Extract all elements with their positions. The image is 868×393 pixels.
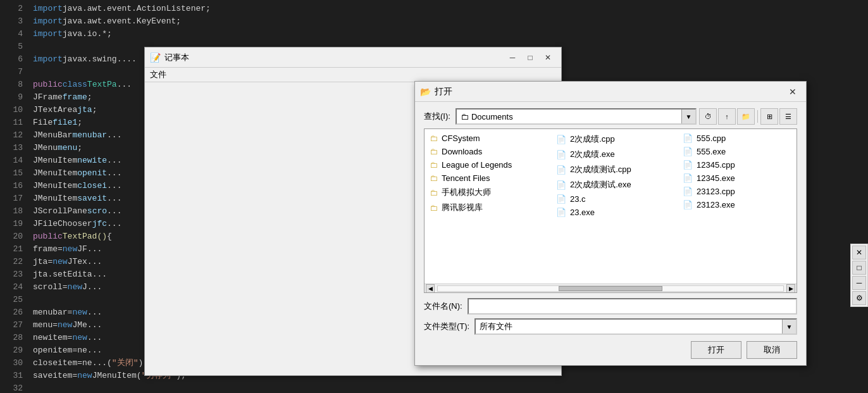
code-token: jta	[77, 104, 92, 116]
notepad-title: 记事本	[164, 52, 189, 63]
code-token: JMenuItem	[33, 180, 77, 192]
code-token: ;	[87, 91, 92, 104]
hscroll-left-btn[interactable]: ◀	[426, 284, 435, 293]
code-token: new	[68, 281, 82, 294]
file-item[interactable]: 📄555.exe	[678, 145, 797, 158]
code-token: jta=	[33, 256, 53, 268]
code-token: jta.setEdita	[33, 268, 92, 281]
file-name: 2次成绩.cpp	[570, 134, 615, 145]
file-item[interactable]: 📄2次成绩.cpp	[551, 132, 678, 147]
filetype-label: 文件类型(T):	[424, 321, 469, 332]
folder-item[interactable]: 🗀Tencent Files	[425, 172, 551, 185]
extra-btn-4[interactable]: ⚙	[852, 291, 866, 305]
line-number: 26	[5, 306, 23, 319]
line-number: 32	[5, 382, 23, 393]
code-token: new	[58, 319, 72, 332]
folder-item[interactable]: 🗀腾讯影视库	[425, 200, 551, 215]
toolbar-btn-detail[interactable]: ☰	[779, 108, 797, 125]
code-token: frame	[63, 91, 87, 104]
toolbar-btn-3[interactable]: 📁	[737, 108, 755, 125]
notepad-menu[interactable]: 文件	[145, 68, 561, 82]
code-token: JFrame	[33, 91, 63, 104]
file-icon: 📄	[683, 200, 693, 209]
notepad-minimize-btn[interactable]: ─	[504, 51, 521, 64]
toolbar-btn-1[interactable]: ⏱	[699, 108, 717, 125]
hscroll-right-btn[interactable]: ▶	[786, 284, 795, 293]
code-token: frame=	[33, 243, 63, 256]
lookin-label: 查找(I):	[424, 111, 450, 122]
folder-column: 🗀CFSystem🗀Downloads🗀League of Legends🗀Te…	[425, 129, 551, 292]
toolbar-btn-2[interactable]: ↑	[718, 108, 736, 125]
folder-item[interactable]: 🗀Downloads	[425, 145, 551, 158]
code-token: new	[53, 256, 67, 268]
line-number: 25	[5, 294, 23, 306]
file-item[interactable]: 📄23123.exe	[678, 198, 797, 211]
line-number: 14	[5, 154, 23, 167]
line-number: 6	[5, 53, 23, 66]
file-icon: 📄	[556, 208, 566, 217]
dialog-buttons: 打开 取消	[424, 341, 797, 359]
code-token: ...	[87, 281, 102, 294]
code-token: import	[33, 15, 63, 28]
notepad-menu-file[interactable]: 文件	[150, 70, 166, 79]
file-item[interactable]: 📄23.exe	[551, 206, 678, 219]
file-icon: 📄	[683, 134, 693, 143]
cancel-btn[interactable]: 取消	[747, 341, 797, 359]
notepad-maximize-btn[interactable]: □	[522, 51, 538, 64]
file-icon: 📄	[683, 160, 693, 170]
line-number: 21	[5, 243, 23, 256]
folder-item[interactable]: 🗀CFSystem	[425, 132, 551, 145]
file-name: 555.cpp	[697, 134, 726, 143]
code-token: ...	[107, 129, 121, 142]
code-token: TextPad()	[63, 230, 107, 243]
filetype-combo[interactable]: 所有文件 ▼	[474, 318, 797, 335]
folder-item[interactable]: 🗀League of Legends	[425, 158, 551, 172]
file-item[interactable]: 📄23.c	[551, 192, 678, 206]
open-btn[interactable]: 打开	[691, 341, 741, 359]
file-item[interactable]: 📄12345.exe	[678, 172, 797, 185]
folder-item[interactable]: 🗀手机模拟大师	[425, 185, 551, 200]
folder-name: Tencent Files	[442, 173, 490, 183]
code-token: JMenuItem	[33, 167, 77, 180]
code-token: JMe	[72, 319, 87, 332]
titlebar-controls[interactable]: ─ □ ✕	[504, 51, 556, 64]
code-token: jfc	[92, 218, 107, 230]
notepad-icon: 📝	[150, 53, 161, 63]
file-name: 12345.exe	[697, 173, 735, 183]
notepad-close-btn[interactable]: ✕	[540, 51, 556, 64]
code-token: scro	[87, 205, 107, 218]
file-item[interactable]: 📄2次成绩测试.exe	[551, 177, 678, 192]
lookin-folder-icon: 🗀	[461, 112, 469, 122]
filename-input[interactable]	[468, 298, 797, 315]
line-number: 12	[5, 129, 23, 142]
code-token: new	[63, 243, 77, 256]
extra-btn-3[interactable]: ─	[852, 276, 866, 290]
code-token: openitem=ne	[33, 344, 87, 357]
code-token: javax.swing.	[63, 53, 122, 66]
toolbar-btn-list[interactable]: ⊞	[760, 108, 778, 125]
extra-btn-1[interactable]: ✕	[852, 246, 866, 259]
right-panel-extras: ✕ □ ─ ⚙	[850, 244, 868, 307]
code-token: closei	[77, 180, 107, 192]
extra-btn-2[interactable]: □	[852, 261, 866, 275]
file-item[interactable]: 📄23123.cpp	[678, 185, 797, 198]
code-token: JMenuItem(	[92, 370, 142, 382]
folder-icon: 🗀	[430, 188, 438, 197]
code-token: menubar=	[33, 306, 72, 319]
file-list-area: 🗀CFSystem🗀Downloads🗀League of Legends🗀Te…	[424, 128, 797, 293]
file-item[interactable]: 📄2次成绩.exe	[551, 147, 678, 162]
lookin-combo[interactable]: 🗀 Documents ▼	[456, 108, 697, 125]
file-item[interactable]: 📄2次成绩测试.cpp	[551, 162, 678, 177]
lookin-arrow[interactable]: ▼	[681, 109, 695, 123]
hscroll-thumb[interactable]	[559, 286, 662, 291]
code-token: newitem=	[33, 332, 72, 344]
dialog-close-btn[interactable]: ✕	[784, 85, 801, 98]
file-item[interactable]: 📄555.cpp	[678, 132, 797, 145]
code-token: ;	[77, 116, 82, 129]
filetype-arrow[interactable]: ▼	[782, 320, 796, 334]
file-item[interactable]: 📄12345.cpp	[678, 158, 797, 172]
code-token: closeitem=ne	[33, 357, 92, 370]
code-token: "关闭"	[112, 357, 139, 370]
line-number: 4	[5, 28, 23, 41]
code-token: ...	[87, 344, 102, 357]
